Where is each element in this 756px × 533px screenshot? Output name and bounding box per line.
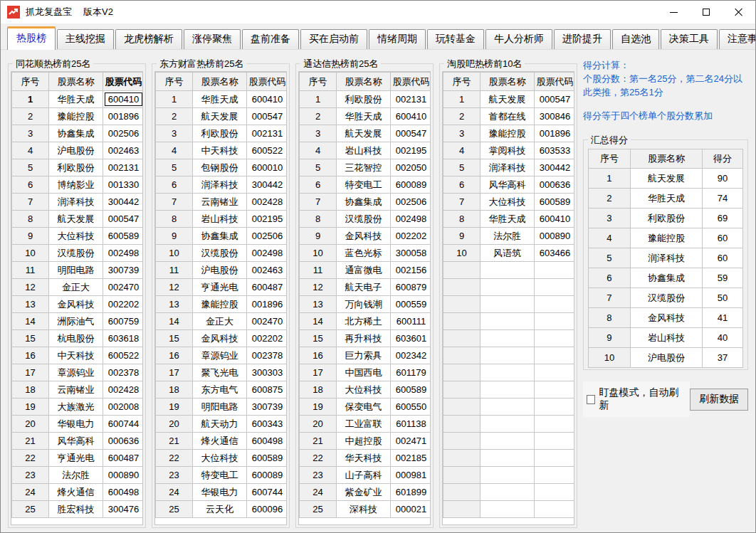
- stock-name-cell[interactable]: 大位科技: [481, 194, 535, 211]
- stock-code-cell[interactable]: 600589: [103, 228, 144, 245]
- stock-code-cell[interactable]: 600089: [391, 176, 431, 194]
- row-number-cell[interactable]: [443, 381, 481, 399]
- stock-code-cell[interactable]: 000021: [391, 501, 431, 518]
- row-number-cell[interactable]: 18: [12, 381, 49, 399]
- stock-name-cell[interactable]: 云天化: [193, 501, 247, 518]
- column-header-0[interactable]: 序号: [156, 73, 193, 91]
- stock-code-cell[interactable]: 300739: [103, 262, 144, 279]
- column-header-1[interactable]: 股票名称: [481, 73, 535, 91]
- row-number-cell[interactable]: 8: [443, 211, 481, 228]
- stock-name-cell[interactable]: 中天科技: [49, 347, 103, 364]
- tab-热股榜[interactable]: 热股榜: [7, 26, 56, 50]
- stock-name-cell[interactable]: [481, 467, 535, 484]
- stock-name-cell[interactable]: 金风科技: [49, 296, 103, 313]
- stock-code-cell[interactable]: 002506: [391, 194, 431, 211]
- row-number-cell[interactable]: 12: [156, 279, 193, 296]
- stock-name-cell[interactable]: 沪电股份: [193, 262, 247, 279]
- row-number-cell[interactable]: 14: [156, 313, 193, 330]
- stock-code-cell[interactable]: 59: [703, 268, 743, 288]
- stock-name-cell[interactable]: [481, 296, 535, 313]
- stock-name-cell[interactable]: 特变电工: [337, 176, 391, 194]
- stock-name-cell[interactable]: 掌阅科技: [481, 142, 535, 159]
- row-number-cell[interactable]: [443, 347, 481, 364]
- stock-name-cell[interactable]: [481, 399, 535, 416]
- stock-name-cell[interactable]: [481, 313, 535, 330]
- row-number-cell[interactable]: [443, 501, 481, 518]
- stock-code-cell[interactable]: 002463: [247, 262, 288, 279]
- stock-code-cell[interactable]: 40: [703, 328, 743, 348]
- row-number-cell[interactable]: [443, 450, 481, 467]
- stock-name-cell[interactable]: 明阳电路: [193, 399, 247, 416]
- row-number-cell[interactable]: 7: [156, 194, 193, 211]
- stock-code-cell[interactable]: 002428: [247, 194, 288, 211]
- row-number-cell[interactable]: 7: [12, 194, 49, 211]
- stock-name-cell[interactable]: 航天发展: [193, 108, 247, 125]
- stock-code-cell[interactable]: 74: [703, 189, 743, 209]
- stock-name-cell[interactable]: 沪电股份: [630, 348, 702, 368]
- stock-name-cell[interactable]: 豫能控股: [193, 296, 247, 313]
- row-number-cell[interactable]: [443, 433, 481, 450]
- stock-name-cell[interactable]: 华胜天成: [630, 189, 702, 209]
- stock-name-cell[interactable]: 利欧股份: [49, 159, 103, 176]
- stock-code-cell[interactable]: 600410: [391, 108, 431, 125]
- row-number-cell[interactable]: 23: [12, 467, 49, 484]
- stock-name-cell[interactable]: [481, 347, 535, 364]
- stock-code-cell[interactable]: 002202: [247, 330, 288, 347]
- stock-code-cell[interactable]: 600096: [247, 501, 288, 518]
- stock-name-cell[interactable]: 华胜天成: [49, 91, 103, 108]
- stock-code-cell[interactable]: 002202: [103, 296, 144, 313]
- row-number-cell[interactable]: 8: [12, 211, 49, 228]
- row-number-cell[interactable]: 11: [156, 262, 193, 279]
- stock-code-cell[interactable]: 002471: [391, 433, 431, 450]
- row-number-cell[interactable]: 20: [300, 416, 337, 433]
- tab-龙虎榜解析[interactable]: 龙虎榜解析: [115, 29, 182, 49]
- stock-name-cell[interactable]: 再升科技: [337, 330, 391, 347]
- maximize-button[interactable]: [690, 1, 723, 23]
- stock-code-cell[interactable]: 002195: [247, 211, 288, 228]
- row-number-cell[interactable]: 23: [156, 467, 193, 484]
- stock-name-cell[interactable]: 航天发展: [49, 211, 103, 228]
- stock-code-cell[interactable]: 002156: [391, 262, 431, 279]
- row-number-cell[interactable]: 14: [12, 313, 49, 330]
- stock-code-cell[interactable]: 002008: [103, 399, 144, 416]
- stock-code-cell[interactable]: 300442: [535, 159, 575, 176]
- tab-注意事项[interactable]: 注意事项: [719, 29, 756, 49]
- row-number-cell[interactable]: 13: [300, 296, 337, 313]
- stock-code-cell[interactable]: 000981: [391, 467, 431, 484]
- row-number-cell[interactable]: 24: [300, 484, 337, 501]
- minimize-button[interactable]: [657, 1, 690, 23]
- stock-name-cell[interactable]: 航天电子: [337, 279, 391, 296]
- stock-name-cell[interactable]: 洲际油气: [49, 313, 103, 330]
- row-number-cell[interactable]: [443, 399, 481, 416]
- row-number-cell[interactable]: 9: [443, 228, 481, 245]
- stock-code-cell[interactable]: 300476: [103, 501, 144, 518]
- stock-code-cell[interactable]: [535, 279, 575, 296]
- stock-code-cell[interactable]: [535, 433, 575, 450]
- row-number-cell[interactable]: 19: [156, 399, 193, 416]
- stock-code-cell[interactable]: [535, 347, 575, 364]
- row-number-cell[interactable]: 12: [300, 279, 337, 296]
- stock-code-cell[interactable]: [535, 416, 575, 433]
- stock-code-cell[interactable]: 002498: [103, 245, 144, 262]
- row-number-cell[interactable]: 8: [156, 211, 193, 228]
- row-number-cell[interactable]: 4: [156, 142, 193, 159]
- row-number-cell[interactable]: 25: [156, 501, 193, 518]
- row-number-cell[interactable]: 13: [156, 296, 193, 313]
- stock-name-cell[interactable]: 金正大: [49, 279, 103, 296]
- row-number-cell[interactable]: 10: [156, 245, 193, 262]
- stock-code-cell[interactable]: 000547: [391, 125, 431, 142]
- row-number-cell[interactable]: 16: [300, 347, 337, 364]
- stock-code-cell[interactable]: 600744: [103, 416, 144, 433]
- tab-牛人分析师[interactable]: 牛人分析师: [485, 29, 552, 49]
- stock-code-cell[interactable]: 601179: [391, 364, 431, 381]
- stock-name-cell[interactable]: 岩山科技: [630, 328, 702, 348]
- stock-name-cell[interactable]: 汉缆股份: [337, 211, 391, 228]
- stock-name-cell[interactable]: [481, 262, 535, 279]
- stock-name-cell[interactable]: 胜宏科技: [49, 501, 103, 518]
- stock-code-cell[interactable]: 002506: [103, 125, 144, 142]
- stock-code-cell[interactable]: [535, 399, 575, 416]
- row-number-cell[interactable]: 10: [12, 245, 49, 262]
- stock-code-cell[interactable]: 60: [703, 248, 743, 268]
- row-number-cell[interactable]: 21: [156, 433, 193, 450]
- row-number-cell[interactable]: 16: [12, 347, 49, 364]
